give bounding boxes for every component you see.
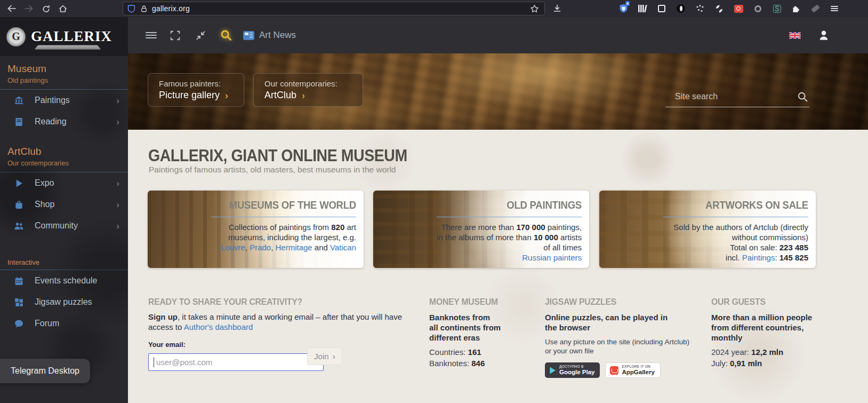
sidebar-item-label: Paintings [35,96,70,105]
card-title: ARTWORKS ON SALE [673,199,808,211]
browser-menu-button[interactable] [827,2,841,15]
picture-gallery-promo[interactable]: Famous painters: Picture gallery [148,73,244,107]
dots-extension-icon[interactable] [693,2,707,15]
sidebar-item-label: Reading [35,117,67,127]
old-paintings-card[interactable]: OLD PAINTINGS There are more than 170 00… [373,191,589,268]
sidebar-item-shop[interactable]: Shop [0,194,128,215]
sidebar-item-forum[interactable]: Forum [0,313,128,334]
site-search-input[interactable]: Site search [665,87,809,107]
ring-extension-icon[interactable] [751,2,765,15]
book-icon [14,117,23,127]
download-icon [553,4,561,13]
chevron-right-icon [116,96,119,105]
email-input[interactable] [148,353,324,371]
jigsaw-puzzles-text: Online puzzles, can be played in the bro… [545,312,681,333]
square-extension-icon[interactable] [655,2,669,15]
privacy-extension-icon[interactable] [674,2,688,15]
sidebar-item-reading[interactable]: Reading [0,111,128,132]
sidebar-item-jigsaw-puzzles[interactable]: Jigsaw puzzles [0,291,128,313]
expand-icon [170,30,180,41]
card-text: Collections of paintings from 820 art mu… [211,222,356,252]
badge-line1: EXPLORE IT ON [622,365,654,369]
countries-stat: Countries: 161 [429,347,509,357]
russian-painters-link[interactable]: Russian painters [522,253,582,262]
home-button[interactable] [55,0,70,17]
hero-banner: Famous painters: Picture gallery Our con… [128,53,868,130]
card-divider [663,217,808,217]
s-extension-icon[interactable] [770,2,784,15]
prado-link[interactable]: Prado [250,243,271,252]
sidebar-item-community[interactable]: Community [0,215,128,236]
url-bar[interactable]: gallerix.org [123,2,545,15]
collapse-button[interactable] [191,17,210,53]
money-museum-heading[interactable]: MONEY MUSEUM [429,297,504,307]
stat-label: July: [711,359,730,368]
ublock-extension-icon[interactable]: 4 [616,2,630,15]
museum-icon [14,96,23,105]
sidebar-section-interactive-title: Interactive [7,258,120,266]
extension-tray: 4 [550,0,841,17]
card-body: MUSEUMS OF THE WORLD Collections of pain… [204,191,364,252]
vatican-link[interactable]: Vatican [330,243,356,252]
promo-label: Our contemporaries: [264,79,352,88]
google-play-badge[interactable]: ДОСТУПНО ВGoogle Play [545,362,600,378]
museums-count: 820 [331,223,344,232]
art-news-link[interactable]: Art News [243,17,296,53]
paintings-count: 170 000 [516,223,545,232]
site-search-placeholder: Site search [675,92,718,101]
bookmark-star-button[interactable] [530,4,539,15]
language-switcher[interactable] [787,17,803,53]
highlighter-extension-icon[interactable] [808,2,822,15]
artworks-on-sale-card[interactable]: ARTWORKS ON SALE Sold by the authors of … [599,191,816,268]
downloads-button[interactable] [550,2,564,15]
forward-button[interactable] [21,0,36,17]
join-button[interactable]: Join [307,347,342,365]
stat-label: Countries: [429,347,468,357]
reload-button[interactable] [38,0,53,17]
eraser-icon [811,4,820,13]
sidebar-item-paintings[interactable]: Paintings [0,90,128,111]
card-text: Sold by the authors of Artclub (directly… [663,222,808,263]
telegram-desktop-tooltip: Telegram Desktop [0,359,90,383]
swirl-extension-icon[interactable] [712,2,726,15]
puzzle-piece-icon [792,4,800,13]
sidebar-section-museum-title[interactable]: Museum [7,63,120,75]
stat-value: 12,2 mln [751,347,783,357]
text: Sold by the authors of Artclub (directly… [673,223,808,242]
camera-extension-icon[interactable] [732,2,745,15]
fullscreen-button[interactable] [165,17,184,53]
chevron-right-icon [116,200,119,209]
home-icon [59,5,67,13]
louvre-link[interactable]: Louvre [221,243,245,252]
sidebar-item-expo[interactable]: Expo [0,172,128,194]
text: Total on sale: [730,243,779,252]
account-button[interactable] [815,17,833,53]
paintings-link[interactable]: Paintings [742,253,775,262]
appgallery-badge[interactable]: EXPLORE IT ONAppGallery [605,362,660,378]
artclub-promo[interactable]: Our contemporaries: ArtClub [253,73,363,107]
sidebar-item-label: Forum [35,319,59,328]
email-label: Your email: [148,341,415,349]
google-play-icon [549,367,556,374]
card-divider [437,217,582,217]
sidebar-section-artclub-title[interactable]: ArtClub [7,146,120,157]
back-button[interactable] [4,0,19,17]
hermitage-link[interactable]: Hermitage [276,243,312,252]
top-navigation: Art News [128,17,868,53]
text: : [775,253,779,262]
sidebar-item-events-schedule[interactable]: Events schedule [0,270,128,291]
site-logo[interactable]: G GALLERIX [0,17,128,56]
authors-dashboard-link[interactable]: Author's dashboard [184,322,253,331]
jigsaw-puzzles-heading[interactable]: JIGSAW PUZZLES [545,297,684,307]
library-extension-icon[interactable] [636,2,649,15]
museums-of-the-world-card[interactable]: MUSEUMS OF THE WORLD Collections of pain… [148,191,364,268]
search-button[interactable] [216,17,236,53]
extensions-button[interactable] [789,2,803,15]
search-icon[interactable] [797,91,808,102]
collapse-arrows-icon [196,30,206,41]
forward-arrow-icon [25,5,33,12]
our-guests-heading: OUR GUESTS [711,297,810,307]
menu-toggle-button[interactable] [142,17,160,53]
url-text: gallerix.org [152,4,190,13]
play-icon [14,179,23,188]
